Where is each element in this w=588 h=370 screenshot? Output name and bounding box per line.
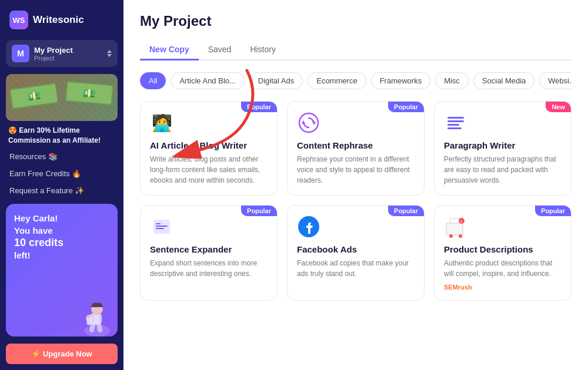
card-title-rephrase: Content Rephrase [297,140,415,150]
upgrade-button[interactable]: ⚡ Upgrade Now [6,344,118,364]
sidebar-link-resources[interactable]: Resources 📚 [6,149,118,164]
credits-line2: You have [14,224,109,237]
card-top-sentence [150,215,268,238]
tab-bar: New Copy Saved History [140,40,572,60]
card-content-rephrase[interactable]: Popular Content Rephrase Rephrase your c… [287,101,425,196]
svg-rect-17 [156,226,168,227]
tab-saved[interactable]: Saved [199,40,241,60]
filter-article-blog[interactable]: Article And Blo... [171,72,244,89]
svg-rect-16 [156,223,161,224]
project-chevrons [107,50,112,57]
chevron-up-icon [107,50,112,53]
card-footer-product: SEMrush [444,284,562,291]
badge-popular-rephrase: Popular [388,102,424,112]
badge-popular-product: Popular [535,206,571,216]
card-title-ai-article: AI Article & Blog Writer [150,140,268,150]
svg-rect-18 [156,228,164,229]
credits-greeting: Hey Carla! [14,212,109,224]
svg-rect-14 [447,127,462,129]
credits-amount: 10 credits [14,237,109,249]
card-icon-paragraph [444,111,467,134]
svg-point-22 [459,234,462,238]
chevron-down-icon [107,54,112,57]
card-desc-rephrase: Rephrase your content in a different voi… [297,154,415,186]
card-top-paragraph [444,111,562,134]
svg-rect-11 [447,117,464,119]
affiliate-label: 😍 Earn 30% Lifetime Commission as an Aff… [8,126,115,146]
filter-frameworks[interactable]: Frameworks [371,72,431,89]
money-bill-2: 💵 [65,81,114,106]
card-top-product: ! [444,215,562,238]
card-desc-ai-article: Write articles, blog posts and other lon… [150,154,268,186]
tab-history[interactable]: History [240,40,285,60]
project-name: My Project [34,46,102,55]
page-title: My Project [140,13,572,29]
sidebar-link-earn-credits[interactable]: Earn Free Credits 🔥 [6,166,118,181]
logo-text: Writesonic [33,14,84,26]
card-product-descriptions[interactable]: ! Popular Product Descriptions Authentic… [434,205,572,301]
paragraph-svg-icon [445,112,466,133]
card-top: 🧑‍💻 [150,111,268,134]
filter-chips: All Article And Blo... Digital Ads Ecomm… [140,72,572,89]
card-desc-sentence: Expand short sentences into more descrip… [150,258,268,279]
card-icon-facebook [297,215,320,238]
card-title-sentence: Sentence Expander [150,244,268,254]
filter-digital-ads[interactable]: Digital Ads [249,72,303,89]
card-title-product: Product Descriptions [444,244,562,254]
badge-popular-sentence: Popular [241,206,277,216]
svg-point-21 [449,234,453,238]
card-facebook-ads[interactable]: Popular Facebook Ads Facebook ad copies … [287,205,425,301]
badge-popular-facebook: Popular [388,206,424,216]
filter-website[interactable]: Websi... [539,72,572,89]
card-title-facebook: Facebook Ads [297,244,415,254]
project-info: My Project Project [34,46,102,62]
credits-card: Hey Carla! You have 10 credits left! [6,204,118,337]
card-title-paragraph: Paragraph Writer [444,140,562,150]
filter-ecommerce[interactable]: Ecommerce [308,72,366,89]
project-selector[interactable]: M My Project Project [6,40,118,67]
sentence-svg-icon [151,216,172,237]
svg-marker-9 [313,120,316,125]
filter-misc[interactable]: Misc [435,72,469,89]
logo-icon: WS [9,11,28,29]
facebook-svg-icon [297,215,320,238]
card-icon-product: ! [444,215,467,238]
credits-line3: left! [14,249,109,261]
svg-marker-10 [302,120,304,125]
product-svg-icon: ! [444,215,467,238]
affiliate-banner-image: 💵 💵 [6,74,118,121]
card-ai-article-blog[interactable]: 🧑‍💻 Popular AI Article & Blog Writer Wri… [140,101,278,196]
card-top-rephrase [297,111,415,134]
card-top-facebook [297,215,415,238]
project-type: Project [34,55,102,62]
tools-grid: 🧑‍💻 Popular AI Article & Blog Writer Wri… [140,101,572,301]
badge-new-paragraph: New [546,102,571,112]
money-bill-1: 💵 [9,83,59,110]
card-desc-product: Authentic product descriptions that will… [444,258,562,279]
tab-new-copy[interactable]: New Copy [140,40,199,60]
sidebar-link-request-feature[interactable]: Request a Feature ✨ [6,183,118,198]
card-desc-facebook: Facebook ad copies that make your ads tr… [297,258,415,279]
card-sentence-expander[interactable]: Popular Sentence Expander Expand short s… [140,205,278,301]
card-icon-ai-article: 🧑‍💻 [150,111,173,134]
card-paragraph-writer[interactable]: New Paragraph Writer Perfectly structure… [434,101,572,196]
svg-rect-12 [447,120,464,122]
card-icon-sentence [150,215,173,238]
svg-text:!: ! [460,219,462,224]
affiliate-text-block: 😍 Earn 30% Lifetime Commission as an Aff… [6,126,118,146]
project-avatar: M [12,45,29,62]
reading-person-illustration [74,292,118,337]
card-icon-rephrase [297,111,320,134]
sidebar-links: Resources 📚 Earn Free Credits 🔥 Request … [0,149,123,198]
rephrase-svg-icon [298,112,319,133]
svg-rect-20 [446,223,463,235]
filter-all[interactable]: All [140,72,166,89]
filter-social-media[interactable]: Social Media [473,72,534,89]
main-content: My Project New Copy Saved History All Ar… [123,0,588,370]
sidebar: WS Writesonic M My Project Project 💵 💵 😍… [0,0,123,370]
badge-popular-ai-article: Popular [241,102,277,112]
card-desc-paragraph: Perfectly structured paragraphs that are… [444,154,562,186]
svg-rect-13 [447,124,459,126]
logo: WS Writesonic [0,0,123,38]
